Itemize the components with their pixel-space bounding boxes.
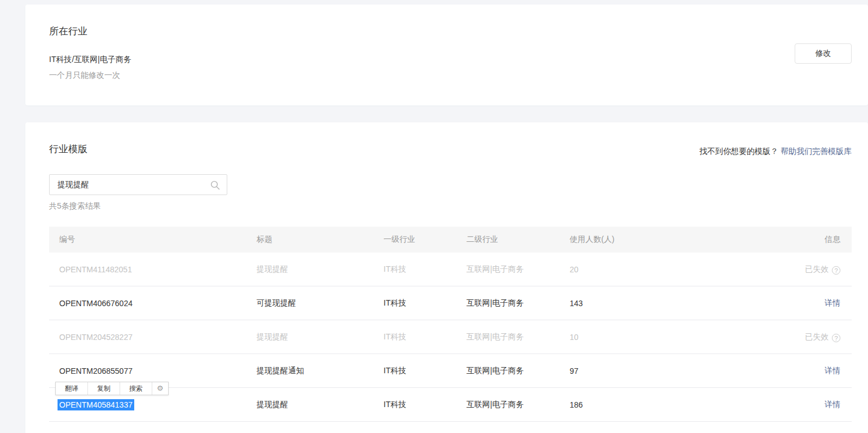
cell-template-id: OPENTM405841337 — [59, 400, 257, 409]
template-card: 行业模版 找不到你想要的模版？ 帮助我们完善模版库 共5条搜索结果 编号 标题 … — [25, 122, 868, 433]
search-box — [49, 174, 227, 195]
cell-primary-industry: IT科技 — [384, 332, 466, 342]
template-help-row: 找不到你想要的模版？ 帮助我们完善模版库 — [699, 147, 852, 157]
text-selection-popup: 翻译 复制 搜索 ⚙ — [55, 382, 169, 395]
detail-link[interactable]: 详情 — [825, 366, 840, 375]
current-industry-value: IT科技/互联网|电子商务 — [49, 55, 131, 65]
cell-template-id: OPENTM206855077 — [59, 366, 257, 375]
cell-user-count: 10 — [570, 333, 773, 342]
industry-note: 一个月只能修改一次 — [49, 70, 120, 81]
popup-settings-button[interactable]: ⚙ — [152, 382, 168, 395]
table-header-row: 编号 标题 一级行业 二级行业 使用人数(人) 信息 — [49, 227, 852, 253]
search-icon[interactable] — [210, 180, 220, 190]
cell-primary-industry: IT科技 — [384, 264, 466, 275]
detail-link[interactable]: 详情 — [825, 400, 840, 409]
popup-search-button[interactable]: 搜索 — [120, 382, 152, 395]
question-mark-icon[interactable]: ? — [832, 334, 840, 342]
template-table: 编号 标题 一级行业 二级行业 使用人数(人) 信息 OPENTM4114820… — [49, 227, 852, 422]
table-row: OPENTM405841337 提现提醒 IT科技 互联网|电子商务 186 详… — [49, 388, 852, 422]
modify-button[interactable]: 修改 — [795, 43, 852, 64]
help-question-text: 找不到你想要的模版？ — [699, 147, 778, 156]
industry-card-title: 所在行业 — [49, 25, 87, 38]
cell-title: 提现提醒通知 — [257, 366, 384, 376]
industry-card: 所在行业 IT科技/互联网|电子商务 一个月只能修改一次 修改 — [25, 5, 868, 105]
header-user-count: 使用人数(人) — [570, 235, 773, 245]
expired-label: 已失效 — [805, 264, 829, 273]
selected-template-id-text: OPENTM405841337 — [58, 399, 134, 410]
cell-user-count: 143 — [570, 299, 773, 308]
header-secondary-industry: 二级行业 — [466, 235, 570, 245]
popup-translate-button[interactable]: 翻译 — [56, 382, 88, 395]
cell-secondary-industry: 互联网|电子商务 — [466, 264, 570, 275]
cell-user-count: 186 — [570, 400, 773, 409]
table-row: OPENTM411482051 提现提醒 IT科技 互联网|电子商务 20 已失… — [49, 253, 852, 286]
cell-primary-industry: IT科技 — [384, 400, 466, 410]
template-card-title: 行业模版 — [49, 143, 87, 156]
popup-copy-button[interactable]: 复制 — [88, 382, 120, 395]
cell-user-count: 20 — [570, 265, 773, 274]
cell-secondary-industry: 互联网|电子商务 — [466, 400, 570, 410]
cell-template-id: OPENTM204528227 — [59, 333, 257, 342]
cell-title: 提现提醒 — [257, 264, 384, 275]
cell-secondary-industry: 互联网|电子商务 — [466, 332, 570, 342]
header-title: 标题 — [257, 235, 384, 245]
detail-link[interactable]: 详情 — [825, 298, 840, 307]
table-row: OPENTM204528227 提现提醒 IT科技 互联网|电子商务 10 已失… — [49, 320, 852, 354]
table-row: OPENTM406676024 可提现提醒 IT科技 互联网|电子商务 143 … — [49, 286, 852, 320]
expired-label: 已失效 — [805, 332, 829, 341]
table-row: OPENTM206855077 提现提醒通知 IT科技 互联网|电子商务 97 … — [49, 354, 852, 388]
template-search-input[interactable] — [50, 175, 227, 195]
cell-primary-industry: IT科技 — [384, 366, 466, 376]
help-improve-library-link[interactable]: 帮助我们完善模版库 — [781, 147, 852, 156]
header-info: 信息 — [773, 235, 840, 245]
cell-title: 提现提醒 — [257, 332, 384, 342]
cell-secondary-industry: 互联网|电子商务 — [466, 366, 570, 376]
search-result-count: 共5条搜索结果 — [49, 201, 101, 211]
cell-secondary-industry: 互联网|电子商务 — [466, 298, 570, 308]
cell-template-id: OPENTM411482051 — [59, 265, 257, 274]
cell-title: 可提现提醒 — [257, 298, 384, 308]
cell-primary-industry: IT科技 — [384, 298, 466, 308]
header-primary-industry: 一级行业 — [384, 235, 466, 245]
cell-title: 提现提醒 — [257, 400, 384, 410]
header-template-id: 编号 — [59, 235, 257, 245]
cell-user-count: 97 — [570, 366, 773, 375]
question-mark-icon[interactable]: ? — [832, 266, 840, 275]
gear-icon: ⚙ — [157, 384, 164, 392]
cell-template-id: OPENTM406676024 — [59, 299, 257, 308]
